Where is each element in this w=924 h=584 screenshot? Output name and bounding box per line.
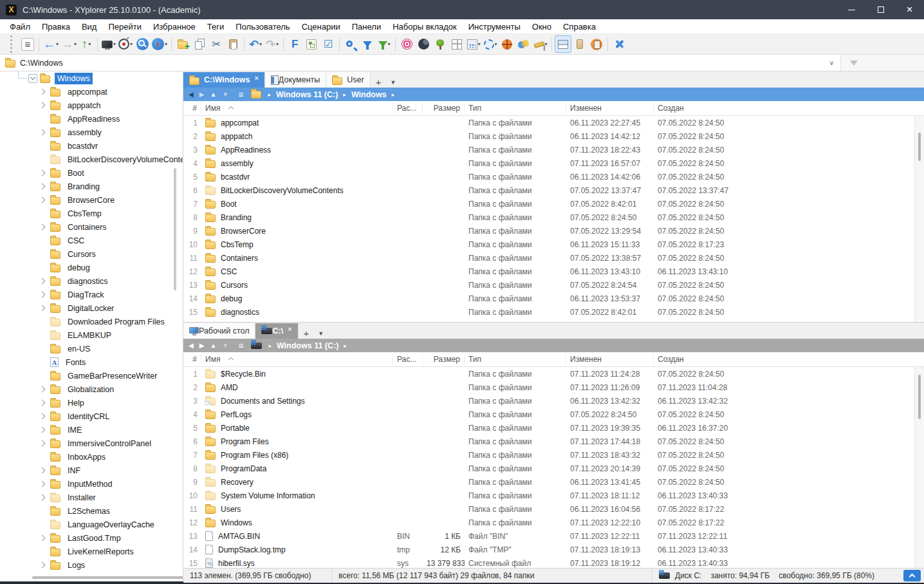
file-row[interactable]: 3AppReadinessПапка с файлами07.11.2023 1… [183,143,924,156]
dark-mode-button[interactable] [415,35,432,53]
file-row[interactable]: 7Program Files (x86)Папка с файлами07.11… [183,448,924,462]
menu-item-6[interactable]: Пользователь [230,20,295,33]
tree-chevron-icon[interactable] [39,170,46,176]
tree-chevron-icon[interactable] [39,495,46,501]
redo-button[interactable]: ↷▾ [264,35,281,53]
column-header-name[interactable]: Имя [201,354,393,364]
tree-item-diagtrack[interactable]: DiagTrack [0,288,183,301]
new-folder-button[interactable] [174,35,191,53]
cut-button[interactable]: ✂ [208,35,225,53]
file-row[interactable]: 6Program FilesПапка с файлами07.11.2023 … [183,435,924,448]
crumb-forward-button[interactable]: ▶ [199,342,205,349]
file-row[interactable]: 14debugПапка с файлами06.11.2023 13:53:3… [183,292,924,305]
menu-item-12[interactable]: Справка [557,20,602,33]
tree-item-windows[interactable]: Windows [0,71,183,85]
file-row[interactable]: 5PortableПапка с файлами07.11.2023 19:39… [183,421,924,435]
minimize-button[interactable] [837,0,866,19]
address-input[interactable]: C:\Windows [0,55,823,71]
file-row[interactable]: 10System Volume InformationПапка с файла… [183,489,924,502]
basketball-button[interactable] [499,35,515,53]
menu-item-1[interactable]: Правка [36,20,76,33]
file-row[interactable]: 9RecoveryПапка с файлами06.11.2023 13:41… [183,475,924,489]
tree-item-csc[interactable]: CSC [0,234,183,247]
tab-c-windows[interactable]: C:\Windows× [183,72,265,88]
tab-close-icon[interactable]: × [288,325,291,333]
lollipop-button[interactable] [398,35,415,53]
tree-item-l2schemas[interactable]: L2Schemas [0,504,183,518]
tree-item-downloaded-program-files[interactable]: Downloaded Program Files [0,315,183,328]
menu-item-10[interactable]: Инструменты [463,20,526,33]
tree-chevron-icon[interactable] [39,129,46,136]
column-header-num[interactable]: # [183,354,201,364]
close-button[interactable]: × [895,0,924,19]
mini-tree-button[interactable]: ▾ [100,35,117,53]
file-row[interactable]: 5bcastdvrПапка с файлами06.11.2023 14:42… [183,170,924,184]
tree-chevron-icon[interactable] [39,292,46,298]
tree-item-inboxapps[interactable]: InboxApps [0,450,183,464]
file-row[interactable]: 4PerfLogsПапка с файлами07.05.2022 8:24:… [183,408,924,421]
file-row[interactable]: 1appcompatПапка с файлами06.11.2023 22:2… [183,116,924,129]
filter-blue-button[interactable] [359,35,376,53]
tree-chevron-icon[interactable] [39,440,46,447]
paste-button[interactable] [225,35,241,53]
tree-chevron-icon[interactable] [39,413,46,420]
tree-item-languageoverlaycache[interactable]: LanguageOverlayCache [0,518,183,531]
tree-chevron-icon[interactable] [39,535,46,542]
tree-item-logs[interactable]: Logs [0,558,183,572]
crumb-menu-icon[interactable]: ≡ [238,341,243,351]
color-overlay-button[interactable] [515,35,532,53]
go-arrow-button[interactable]: ▾ [151,35,169,53]
maximize-button[interactable] [866,0,895,19]
tab-list-dropdown-icon[interactable]: ▼ [314,330,328,337]
tree-chevron-icon[interactable] [39,89,46,95]
tree-item-assembly[interactable]: assembly [0,126,183,139]
find-files-button[interactable] [342,35,359,53]
file-row[interactable]: 11UsersПапка с файлами06.11.2023 16:04:5… [183,502,924,516]
file-row[interactable]: 7BootПапка с файлами07.05.2022 8:42:0107… [183,197,924,211]
hotlist-target-button[interactable]: ▾ [117,35,134,53]
tree-item-boot[interactable]: Boot [0,166,183,180]
tree-item-immersivecontrolpanel[interactable]: ImmersiveControlPanel [0,437,183,450]
tab-рабочий-стол[interactable]: Рабочий стол [183,323,255,339]
tree-chevron-icon[interactable] [39,562,46,569]
thumbnail-grid-button[interactable]: ▾ [465,35,482,53]
column-header-rest[interactable]: Создан [654,354,750,364]
tree-item-browsercore[interactable]: BrowserCore [0,193,183,207]
tree-item-digitallocker[interactable]: DigitalLocker [0,301,183,315]
file-row[interactable]: 9BrowserCoreПапка с файлами07.05.2022 13… [183,224,924,238]
tree-item-livekernelreports[interactable]: LiveKernelReports [0,545,183,558]
tree-item-gamebarpresencewriter[interactable]: GameBarPresenceWriter [0,369,183,382]
tree-item-en-us[interactable]: en-US [0,342,183,355]
undo-button[interactable]: ↶▾ [247,35,264,53]
crumb-down-button[interactable]: ▼ [222,91,228,98]
flat-view-button[interactable]: F [286,35,303,53]
tree-chevron-icon[interactable] [39,102,46,109]
tab-close-icon[interactable]: × [254,74,258,82]
file-row[interactable]: 12CSCПапка с файлами06.11.2023 13:43:100… [183,265,924,278]
tree-item-globalization[interactable]: Globalization [0,382,183,396]
crumb-back-button[interactable]: ◀ [189,91,194,98]
column-header-size[interactable]: Размер [423,103,465,113]
crumb-down-button[interactable]: ▼ [222,342,228,349]
filter-green-button[interactable]: ▾ [376,35,393,53]
scrollbar-thumb[interactable] [918,133,921,162]
paint-roller-button[interactable]: ▾ [532,35,549,53]
file-row[interactable]: 11ContainersПапка с файлами07.05.2022 13… [183,251,924,265]
new-tab-button[interactable]: + [299,328,315,339]
tree-chevron-icon[interactable] [39,400,46,406]
tab-user[interactable]: User [326,72,370,88]
menu-item-5[interactable]: Теги [201,20,230,33]
crumb-menu-icon[interactable]: ≡ [238,89,243,100]
tree-expander-icon[interactable] [28,74,37,83]
file-row[interactable]: 10CbsTempПапка с файлами06.11.2023 15:11… [183,238,924,251]
statusbar-expand-button[interactable] [903,570,921,581]
show-tree-button[interactable] [303,35,320,53]
file-row[interactable]: 15hiberfil.syssys13 379 833 ...Системный… [183,556,924,568]
file-row[interactable]: 14DumpStack.log.tmptmp12 КБФайл "TMP"07.… [183,543,924,556]
menu-item-4[interactable]: Избранное [147,20,201,33]
crumb-forward-button[interactable]: ▶ [199,91,205,98]
menu-item-2[interactable]: Вид [76,20,103,33]
file-row[interactable]: 2AMDПапка с файлами07.11.2023 11:26:0907… [183,381,924,394]
tree-item-cbstemp[interactable]: CbsTemp [0,207,183,220]
tag-badge-button[interactable]: ▾ [482,35,499,53]
